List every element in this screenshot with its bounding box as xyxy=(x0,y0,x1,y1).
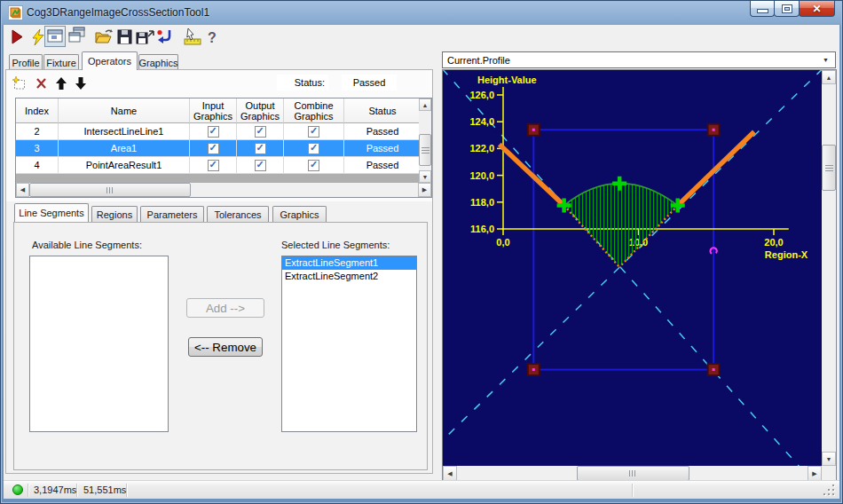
maximize-button[interactable] xyxy=(774,1,800,17)
list-item[interactable]: ExtractLineSegment2 xyxy=(282,270,416,283)
table-row-selected[interactable]: 3 Area1 Passed xyxy=(16,140,431,157)
scroll-left-icon[interactable]: ◀ xyxy=(443,466,457,481)
float-display-icon[interactable] xyxy=(68,27,86,44)
record-selector-combo[interactable]: Current.Profile ▼ xyxy=(442,51,836,68)
tab-fixture-label: Fixture xyxy=(46,58,76,68)
output-graphics-checkbox[interactable] xyxy=(255,126,266,138)
import-icon[interactable] xyxy=(156,28,174,46)
tab-line-segments-label: Line Segments xyxy=(19,208,83,218)
table-row[interactable]: 4 PointAreaResult1 Passed xyxy=(16,157,431,174)
combine-graphics-checkbox[interactable] xyxy=(308,126,319,138)
scroll-up-icon[interactable]: ▲ xyxy=(419,98,431,111)
table-vscroll-thumb[interactable] xyxy=(419,134,431,166)
chart-vertical-scrollbar[interactable]: ▲ ▼ xyxy=(822,70,836,466)
show-display-icon xyxy=(47,29,63,43)
scroll-up-icon[interactable]: ▲ xyxy=(822,70,836,84)
input-graphics-checkbox[interactable] xyxy=(208,126,219,138)
profile-display-frame: 126,0124,0122,0120,0118,0116,00,010,020,… xyxy=(442,69,837,483)
tab-tolerances[interactable]: Tolerances xyxy=(207,206,269,222)
combine-graphics-checkbox[interactable] xyxy=(308,143,319,154)
window-title: Cog3DRangeImageCrossSectionTool1 xyxy=(27,6,209,19)
col-header-combine-graphics[interactable]: Combine Graphics xyxy=(284,98,344,123)
statusbar-separator xyxy=(632,484,633,497)
save-icon[interactable] xyxy=(116,28,134,46)
move-up-icon[interactable] xyxy=(54,76,68,91)
tab-graphics[interactable]: Graphics xyxy=(138,54,178,70)
dropdown-arrow-icon[interactable]: ▼ xyxy=(818,54,833,66)
svg-text:Height-Value: Height-Value xyxy=(477,75,537,85)
window: Cog3DRangeImageCrossSectionTool1 ✕ xyxy=(0,0,843,504)
table-hscroll-thumb[interactable] xyxy=(29,183,191,197)
tab-parameters[interactable]: Parameters xyxy=(140,206,204,222)
col-header-status[interactable]: Status xyxy=(344,98,421,123)
tab-regions[interactable]: Regions xyxy=(91,206,138,222)
record-selector-value: Current.Profile xyxy=(447,55,510,66)
scroll-down-icon[interactable]: ▼ xyxy=(822,452,836,466)
status-value-panel: Passed xyxy=(342,75,397,91)
output-graphics-checkbox[interactable] xyxy=(255,160,266,171)
tab-operators-label: Operators xyxy=(88,56,131,67)
selected-segments-listbox[interactable]: ExtractLineSegment1 ExtractLineSegment2 xyxy=(281,256,417,432)
tab-line-segments[interactable]: Line Segments xyxy=(14,203,89,222)
table-row[interactable]: 2 IntersectLineLine1 Passed xyxy=(16,123,431,140)
col-header-output-graphics[interactable]: Output Graphics xyxy=(237,98,284,123)
delete-operator-icon[interactable] xyxy=(35,76,49,91)
move-down-icon[interactable] xyxy=(74,76,88,91)
svg-text:120,0: 120,0 xyxy=(469,170,494,181)
chart-horizontal-scrollbar[interactable]: ◀ ▶ xyxy=(443,466,822,481)
add-button[interactable]: Add --> xyxy=(186,298,264,318)
show-display-button[interactable] xyxy=(44,26,66,47)
col-header-index[interactable]: Index xyxy=(16,98,59,123)
chart-hscroll-thumb[interactable] xyxy=(577,466,689,481)
help-icon[interactable]: ? xyxy=(205,28,223,46)
tab-profile-label: Profile xyxy=(12,58,39,68)
total-time: 51,551ms xyxy=(83,484,126,495)
profile-chart[interactable]: 126,0124,0122,0120,0118,0116,00,010,020,… xyxy=(443,70,822,466)
scroll-right-icon[interactable]: ▶ xyxy=(418,183,431,197)
tab-graphics-sub[interactable]: Graphics xyxy=(272,206,327,222)
save-as-icon[interactable] xyxy=(136,28,154,46)
operators-table: Index Name Input Graphics Output Graphic… xyxy=(15,98,432,198)
tab-fixture[interactable]: Fixture xyxy=(43,54,79,70)
pointer-ruler-icon[interactable] xyxy=(183,28,201,46)
svg-text:118,0: 118,0 xyxy=(470,197,494,208)
table-header-row: Index Name Input Graphics Output Graphic… xyxy=(16,98,431,123)
tab-graphics-sub-label: Graphics xyxy=(280,209,319,220)
output-graphics-checkbox[interactable] xyxy=(255,143,266,154)
list-item[interactable]: ExtractLineSegment1 xyxy=(282,256,416,270)
app-icon-glyph xyxy=(9,6,22,20)
table-vertical-scrollbar[interactable]: ▲ ▼ xyxy=(419,98,431,183)
new-operator-icon[interactable] xyxy=(12,76,26,91)
close-button[interactable]: ✕ xyxy=(799,1,835,17)
chart-vscroll-thumb[interactable] xyxy=(822,145,836,191)
scroll-left-icon[interactable]: ◀ xyxy=(16,183,29,197)
minimize-button[interactable] xyxy=(750,1,775,17)
svg-text:?: ? xyxy=(208,30,217,45)
tab-operators[interactable]: Operators xyxy=(82,51,138,70)
remove-button[interactable]: <-- Remove xyxy=(188,337,263,357)
input-graphics-checkbox[interactable] xyxy=(208,143,219,154)
status-label: Status: xyxy=(295,77,325,88)
run-icon[interactable] xyxy=(8,28,26,46)
tab-tolerances-label: Tolerances xyxy=(214,209,261,220)
close-icon: ✕ xyxy=(812,3,821,15)
open-file-icon[interactable] xyxy=(94,28,112,46)
available-segments-listbox[interactable] xyxy=(29,256,169,432)
tab-regions-label: Regions xyxy=(97,209,132,220)
col-header-name[interactable]: Name xyxy=(59,98,190,123)
tab-profile[interactable]: Profile xyxy=(9,54,43,70)
tab-graphics-label: Graphics xyxy=(138,58,177,68)
scroll-down-icon[interactable]: ▼ xyxy=(419,170,431,183)
status-value: Passed xyxy=(353,77,386,88)
svg-text:0,0: 0,0 xyxy=(496,237,509,248)
col-header-input-graphics[interactable]: Input Graphics xyxy=(190,98,237,123)
status-led-icon xyxy=(12,484,23,495)
available-segments-label: Available Line Segments: xyxy=(32,240,142,250)
table-horizontal-scrollbar[interactable]: ◀ ▶ xyxy=(16,183,431,197)
combine-graphics-checkbox[interactable] xyxy=(308,160,319,171)
status-bar: 3,1947ms 51,551ms xyxy=(4,480,839,499)
svg-text:116,0: 116,0 xyxy=(470,224,494,234)
input-graphics-checkbox[interactable] xyxy=(208,160,219,171)
scroll-right-icon[interactable]: ▶ xyxy=(808,466,822,481)
selected-segments-label: Selected Line Segments: xyxy=(281,240,390,250)
